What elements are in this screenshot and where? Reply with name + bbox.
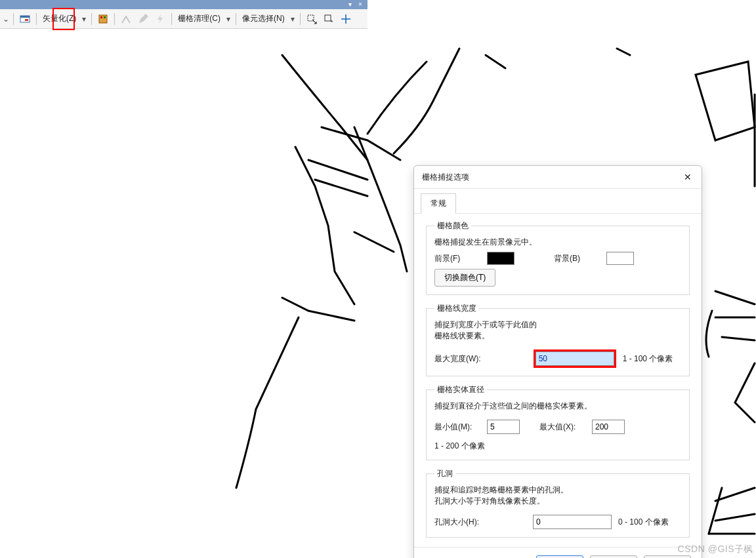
svg-rect-1 xyxy=(20,16,30,18)
group-linewidth-title: 栅格线宽度 xyxy=(434,303,479,314)
tabstrip: 常规 xyxy=(414,189,702,214)
svg-rect-4 xyxy=(100,16,102,18)
trace-line-button xyxy=(119,12,133,26)
dialog-body: 栅格颜色 栅格捕捉发生在前景像元中。 前景(F) 背景(B) 切换颜色(T) 栅… xyxy=(414,214,702,547)
bg-color-swatch[interactable] xyxy=(606,252,634,265)
lightning-button xyxy=(153,12,167,26)
scale-dropdown[interactable]: ⌄ xyxy=(3,14,9,24)
separator xyxy=(13,13,14,25)
separator xyxy=(114,13,115,25)
select-tool-3[interactable] xyxy=(339,12,353,26)
group-solid-diameter: 栅格实体直径 捕捉到直径介于这些值之间的栅格实体要素。 最小值(M): 最大值(… xyxy=(426,384,690,460)
dialog-title: 栅格捕捉选项 xyxy=(422,172,469,183)
group-solid-title: 栅格实体直径 xyxy=(434,384,487,395)
max-width-input[interactable] xyxy=(536,351,614,366)
close-icon: ✕ xyxy=(684,172,692,182)
raster-snap-options-button[interactable] xyxy=(18,12,32,26)
color-note: 栅格捕捉发生在前景像元中。 xyxy=(434,237,681,248)
select-tool-1[interactable] xyxy=(304,12,319,26)
fg-color-swatch[interactable] xyxy=(487,252,514,265)
separator xyxy=(236,13,236,25)
annotation-highlight-input xyxy=(534,349,616,368)
tab-general[interactable]: 常规 xyxy=(421,193,456,214)
palette-icon xyxy=(98,14,108,24)
toolbar-titlebar: ▾ × xyxy=(0,0,368,9)
hole-range: 0 - 100 个像素 xyxy=(618,517,669,528)
pixel-select-menu[interactable]: 像元选择(N) xyxy=(240,12,287,26)
vectorize-menu[interactable]: 矢量化(Z) xyxy=(41,12,78,26)
select-lasso-icon: + xyxy=(324,14,334,24)
watermark: CSDN @GIS子枫 xyxy=(678,544,753,555)
main-toolbar: ⌄ 矢量化(Z) ▾ 栅格清理(C) ▾ 像元选择(N) xyxy=(0,9,368,29)
hole-note2: 孔洞大小等于对角线像素长度。 xyxy=(434,496,681,507)
group-color-title: 栅格颜色 xyxy=(434,220,471,231)
select-tool-2[interactable]: + xyxy=(322,12,336,26)
maxwidth-label: 最大宽度(W): xyxy=(434,353,481,365)
hole-label: 孔洞大小(H): xyxy=(434,517,480,528)
grid-clean-dropdown-icon[interactable]: ▾ xyxy=(225,14,232,24)
vectorize-label: 矢量化(Z) xyxy=(43,13,76,24)
apply-button[interactable]: 应用(A) xyxy=(644,555,691,558)
toolbar-minimize-icon[interactable]: ▾ xyxy=(345,1,354,8)
options-icon xyxy=(20,14,30,24)
bg-label: 背景(B) xyxy=(554,253,600,264)
grid-clean-label: 栅格清理(C) xyxy=(178,13,220,24)
maxwidth-range: 1 - 100 个像素 xyxy=(623,353,673,365)
trace-line-icon xyxy=(121,14,131,24)
dialog-footer: 确定 取消 应用(A) xyxy=(414,547,702,558)
ok-button[interactable]: 确定 xyxy=(536,555,583,558)
svg-rect-2 xyxy=(25,19,28,21)
svg-text:+: + xyxy=(330,18,333,24)
lightning-icon xyxy=(155,14,165,24)
solid-range: 1 - 200 个像素 xyxy=(434,441,485,452)
svg-rect-5 xyxy=(104,16,106,18)
linewidth-note1: 捕捉到宽度小于或等于此值的 xyxy=(434,319,681,330)
tab-general-label: 常规 xyxy=(430,199,446,208)
min-label: 最小值(M): xyxy=(434,422,480,433)
pixel-select-dropdown-icon[interactable]: ▾ xyxy=(289,14,296,24)
group-raster-color: 栅格颜色 栅格捕捉发生在前景像元中。 前景(F) 背景(B) 切换颜色(T) xyxy=(426,220,690,295)
separator xyxy=(300,13,301,25)
max-value-input[interactable] xyxy=(592,420,625,434)
separator xyxy=(91,13,92,25)
cancel-button[interactable]: 取消 xyxy=(590,555,637,558)
min-value-input[interactable] xyxy=(487,420,520,434)
raster-snap-options-dialog: 栅格捕捉选项 ✕ 常规 栅格颜色 栅格捕捉发生在前景像元中。 前景(F) 背景(… xyxy=(413,165,702,558)
dialog-close-button[interactable]: ✕ xyxy=(682,171,694,183)
vectorize-dropdown-icon[interactable]: ▾ xyxy=(81,14,87,24)
solid-note: 捕捉到直径介于这些值之间的栅格实体要素。 xyxy=(434,401,681,412)
separator xyxy=(36,13,37,25)
group-holes: 孔洞 捕捉和追踪时忽略栅格要素中的孔洞。 孔洞大小等于对角线像素长度。 孔洞大小… xyxy=(426,468,690,538)
linewidth-note2: 栅格线状要素。 xyxy=(434,330,681,342)
group-hole-title: 孔洞 xyxy=(434,468,455,479)
pencil-icon xyxy=(138,14,148,24)
hole-note1: 捕捉和追踪时忽略栅格要素中的孔洞。 xyxy=(434,485,681,496)
toolbar-close-icon[interactable]: × xyxy=(356,1,365,8)
swap-colors-button[interactable]: 切换颜色(T) xyxy=(434,269,495,287)
edit-button xyxy=(136,12,150,26)
pixel-select-label: 像元选择(N) xyxy=(242,13,285,24)
hole-size-input[interactable] xyxy=(533,515,612,529)
dialog-header: 栅格捕捉选项 ✕ xyxy=(414,166,702,189)
palette-button[interactable] xyxy=(96,12,110,26)
svg-rect-3 xyxy=(99,15,107,23)
crosshair-icon xyxy=(341,14,351,24)
separator xyxy=(171,13,172,25)
group-line-width: 栅格线宽度 捕捉到宽度小于或等于此值的 栅格线状要素。 最大宽度(W): 1 -… xyxy=(426,303,690,376)
max-label: 最大值(X): xyxy=(539,422,585,433)
fg-label: 前景(F) xyxy=(434,253,480,264)
swap-colors-label: 切换颜色(T) xyxy=(444,273,486,282)
select-rect-icon xyxy=(306,14,317,24)
grid-clean-menu[interactable]: 栅格清理(C) xyxy=(176,12,222,26)
